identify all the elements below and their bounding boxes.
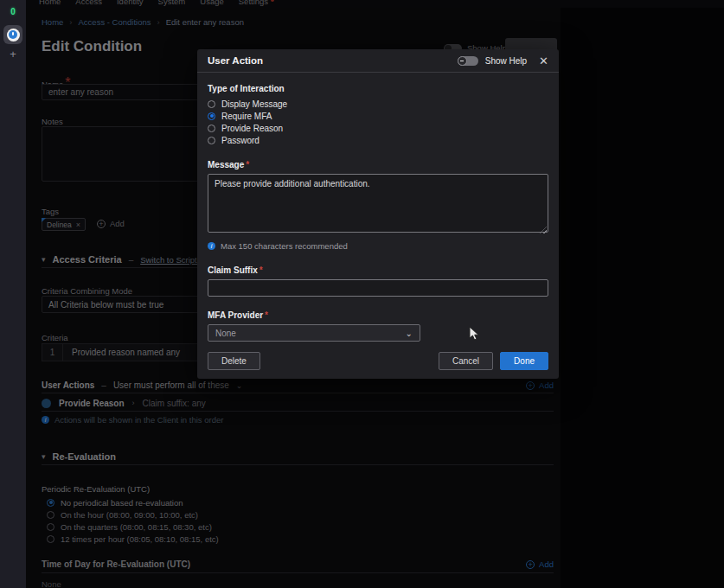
delete-button[interactable]: Delete [208,352,260,370]
interaction-option-display-message[interactable]: Display Message [208,98,548,110]
radio-icon[interactable] [208,100,215,108]
toggle-knob [458,56,467,66]
claim-suffix-label-text: Claim Suffix [208,265,258,275]
chevron-down-icon: ⌄ [406,329,413,338]
app-sidebar: 0 + [0,0,26,588]
required-mark: * [259,265,263,275]
user-action-modal: User Action Show Help ✕ Type of Interact… [197,49,559,379]
claim-suffix-input[interactable] [208,279,548,297]
interaction-option-provide-reason[interactable]: Provide Reason [208,122,548,134]
app-launcher-button[interactable] [3,25,22,44]
cancel-button[interactable]: Cancel [439,352,493,370]
done-button[interactable]: Done [500,352,548,370]
radio-icon[interactable] [208,137,215,144]
message-label-text: Message [208,160,244,169]
claim-suffix-label: Claim Suffix* [208,265,548,275]
message-hint: i Max 150 characters recommended [208,241,548,251]
interaction-option-require-mfa[interactable]: Require MFA [208,110,548,122]
message-textarea[interactable]: Please provide additional authentication… [208,174,548,233]
notification-badge: 0 [0,7,26,16]
required-mark: * [246,160,249,169]
radio-icon[interactable] [208,125,215,132]
interaction-type-options: Display Message Require MFA Provide Reas… [208,98,548,146]
mfa-provider-label-text: MFA Provider [208,310,263,320]
info-icon: i [208,242,215,250]
modal-footer: Delete Cancel Done [208,352,548,370]
app-logo-icon [7,29,20,42]
interaction-option-label: Require MFA [221,112,272,121]
interaction-option-label: Display Message [221,99,287,109]
show-help-label: Show Help [485,56,527,66]
interaction-option-label: Password [221,136,259,145]
screen: 0 + Home Access Identity System Usage Se… [0,0,724,588]
required-mark: * [265,310,268,320]
message-label: Message* [208,160,548,169]
modal-title: User Action [208,55,458,66]
message-hint-text: Max 150 characters recommended [221,241,348,251]
add-workspace-button[interactable]: + [0,48,26,60]
interaction-option-password[interactable]: Password [208,134,548,146]
close-icon[interactable]: ✕ [539,55,548,67]
mfa-provider-value: None [215,329,236,338]
mfa-provider-select[interactable]: None ⌄ [208,324,420,342]
mfa-provider-label: MFA Provider* [208,310,548,320]
interaction-type-label: Type of Interaction [208,84,548,93]
interaction-option-label: Provide Reason [221,124,283,133]
radio-icon[interactable] [208,112,215,120]
modal-header: User Action Show Help ✕ [197,49,559,73]
modal-body: Type of Interaction Display Message Requ… [197,73,559,342]
mouse-cursor [469,326,480,342]
message-textarea-wrap: Please provide additional authentication… [208,169,548,236]
show-help-toggle[interactable] [458,56,478,66]
